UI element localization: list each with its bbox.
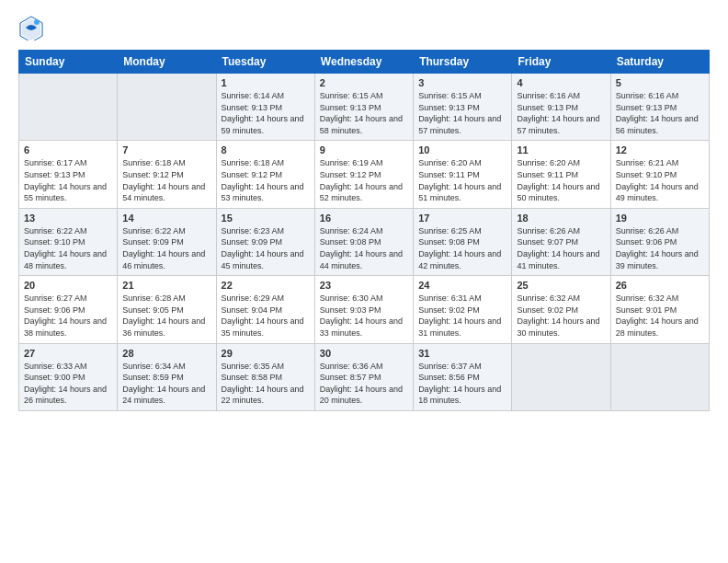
day-info: Sunrise: 6:23 AMSunset: 9:09 PMDaylight:… — [222, 225, 310, 271]
weekday-header-monday: Monday — [118, 51, 216, 74]
calendar-week-row: 27Sunrise: 6:33 AMSunset: 9:00 PMDayligh… — [19, 343, 710, 410]
day-info: Sunrise: 6:15 AMSunset: 9:13 PMDaylight:… — [320, 90, 408, 136]
calendar-cell: 7Sunrise: 6:18 AMSunset: 9:12 PMDaylight… — [118, 141, 216, 208]
day-number: 3 — [418, 77, 506, 88]
day-number: 25 — [517, 280, 605, 291]
day-info: Sunrise: 6:28 AMSunset: 9:05 PMDaylight:… — [122, 293, 210, 339]
day-info: Sunrise: 6:36 AMSunset: 8:57 PMDaylight:… — [320, 361, 408, 407]
day-info: Sunrise: 6:22 AMSunset: 9:09 PMDaylight:… — [122, 225, 210, 271]
day-info: Sunrise: 6:34 AMSunset: 8:59 PMDaylight:… — [122, 361, 210, 407]
calendar: SundayMondayTuesdayWednesdayThursdayFrid… — [18, 50, 710, 411]
day-number: 1 — [222, 77, 310, 88]
day-info: Sunrise: 6:27 AMSunset: 9:06 PMDaylight:… — [24, 293, 112, 339]
day-number: 28 — [122, 348, 210, 359]
day-number: 4 — [517, 77, 605, 88]
day-number: 17 — [418, 213, 506, 224]
day-number: 16 — [320, 213, 408, 224]
calendar-cell: 30Sunrise: 6:36 AMSunset: 8:57 PMDayligh… — [314, 343, 413, 410]
day-info: Sunrise: 6:14 AMSunset: 9:13 PMDaylight:… — [222, 90, 310, 136]
day-info: Sunrise: 6:29 AMSunset: 9:04 PMDaylight:… — [222, 293, 310, 339]
weekday-header-sunday: Sunday — [19, 51, 118, 74]
day-info: Sunrise: 6:35 AMSunset: 8:58 PMDaylight:… — [222, 361, 310, 407]
day-number: 14 — [122, 213, 210, 224]
calendar-week-row: 6Sunrise: 6:17 AMSunset: 9:13 PMDaylight… — [19, 141, 710, 208]
calendar-cell: 15Sunrise: 6:23 AMSunset: 9:09 PMDayligh… — [216, 208, 314, 275]
weekday-header-friday: Friday — [512, 51, 610, 74]
calendar-cell: 12Sunrise: 6:21 AMSunset: 9:10 PMDayligh… — [610, 141, 709, 208]
day-number: 18 — [517, 213, 605, 224]
day-number: 29 — [222, 348, 310, 359]
day-number: 19 — [616, 213, 704, 224]
day-number: 20 — [24, 280, 112, 291]
calendar-cell: 10Sunrise: 6:20 AMSunset: 9:11 PMDayligh… — [414, 141, 512, 208]
calendar-cell: 5Sunrise: 6:16 AMSunset: 9:13 PMDaylight… — [610, 74, 709, 141]
calendar-cell: 21Sunrise: 6:28 AMSunset: 9:05 PMDayligh… — [118, 276, 216, 343]
day-info: Sunrise: 6:21 AMSunset: 9:10 PMDaylight:… — [616, 157, 704, 203]
day-info: Sunrise: 6:32 AMSunset: 9:01 PMDaylight:… — [616, 293, 704, 339]
day-info: Sunrise: 6:30 AMSunset: 9:03 PMDaylight:… — [320, 293, 408, 339]
day-info: Sunrise: 6:15 AMSunset: 9:13 PMDaylight:… — [418, 90, 506, 136]
day-info: Sunrise: 6:26 AMSunset: 9:07 PMDaylight:… — [517, 225, 605, 271]
calendar-cell — [19, 74, 118, 141]
day-number: 10 — [418, 144, 506, 155]
weekday-header-tuesday: Tuesday — [216, 51, 314, 74]
day-number: 21 — [122, 280, 210, 291]
calendar-cell: 23Sunrise: 6:30 AMSunset: 9:03 PMDayligh… — [314, 276, 413, 343]
day-number: 6 — [24, 144, 112, 155]
calendar-cell: 1Sunrise: 6:14 AMSunset: 9:13 PMDaylight… — [216, 74, 314, 141]
day-number: 15 — [222, 213, 310, 224]
calendar-cell: 19Sunrise: 6:26 AMSunset: 9:06 PMDayligh… — [610, 208, 709, 275]
calendar-cell: 3Sunrise: 6:15 AMSunset: 9:13 PMDaylight… — [414, 74, 512, 141]
weekday-header-wednesday: Wednesday — [314, 51, 413, 74]
calendar-cell: 22Sunrise: 6:29 AMSunset: 9:04 PMDayligh… — [216, 276, 314, 343]
calendar-cell: 24Sunrise: 6:31 AMSunset: 9:02 PMDayligh… — [414, 276, 512, 343]
calendar-cell: 29Sunrise: 6:35 AMSunset: 8:58 PMDayligh… — [216, 343, 314, 410]
header — [18, 15, 710, 40]
day-number: 8 — [222, 144, 310, 155]
day-info: Sunrise: 6:32 AMSunset: 9:02 PMDaylight:… — [517, 293, 605, 339]
calendar-cell: 20Sunrise: 6:27 AMSunset: 9:06 PMDayligh… — [19, 276, 118, 343]
day-number: 23 — [320, 280, 408, 291]
calendar-week-row: 13Sunrise: 6:22 AMSunset: 9:10 PMDayligh… — [19, 208, 710, 275]
day-number: 5 — [616, 77, 704, 88]
day-number: 9 — [320, 144, 408, 155]
calendar-cell — [610, 343, 709, 410]
calendar-cell: 26Sunrise: 6:32 AMSunset: 9:01 PMDayligh… — [610, 276, 709, 343]
day-number: 27 — [24, 348, 112, 359]
logo-icon — [18, 15, 44, 40]
day-info: Sunrise: 6:17 AMSunset: 9:13 PMDaylight:… — [24, 157, 112, 203]
calendar-cell: 18Sunrise: 6:26 AMSunset: 9:07 PMDayligh… — [512, 208, 610, 275]
day-info: Sunrise: 6:24 AMSunset: 9:08 PMDaylight:… — [320, 225, 408, 271]
day-number: 7 — [122, 144, 210, 155]
calendar-cell: 8Sunrise: 6:18 AMSunset: 9:12 PMDaylight… — [216, 141, 314, 208]
calendar-cell — [118, 74, 216, 141]
calendar-week-row: 20Sunrise: 6:27 AMSunset: 9:06 PMDayligh… — [19, 276, 710, 343]
calendar-cell: 11Sunrise: 6:20 AMSunset: 9:11 PMDayligh… — [512, 141, 610, 208]
weekday-header-saturday: Saturday — [610, 51, 709, 74]
weekday-header-thursday: Thursday — [414, 51, 512, 74]
day-info: Sunrise: 6:20 AMSunset: 9:11 PMDaylight:… — [517, 157, 605, 203]
day-info: Sunrise: 6:16 AMSunset: 9:13 PMDaylight:… — [616, 90, 704, 136]
day-info: Sunrise: 6:16 AMSunset: 9:13 PMDaylight:… — [517, 90, 605, 136]
day-info: Sunrise: 6:37 AMSunset: 8:56 PMDaylight:… — [418, 361, 506, 407]
day-info: Sunrise: 6:25 AMSunset: 9:08 PMDaylight:… — [418, 225, 506, 271]
day-info: Sunrise: 6:18 AMSunset: 9:12 PMDaylight:… — [122, 157, 210, 203]
calendar-cell: 31Sunrise: 6:37 AMSunset: 8:56 PMDayligh… — [414, 343, 512, 410]
calendar-cell: 28Sunrise: 6:34 AMSunset: 8:59 PMDayligh… — [118, 343, 216, 410]
day-number: 12 — [616, 144, 704, 155]
calendar-cell: 9Sunrise: 6:19 AMSunset: 9:12 PMDaylight… — [314, 141, 413, 208]
day-number: 30 — [320, 348, 408, 359]
day-info: Sunrise: 6:20 AMSunset: 9:11 PMDaylight:… — [418, 157, 506, 203]
calendar-cell — [512, 343, 610, 410]
day-info: Sunrise: 6:31 AMSunset: 9:02 PMDaylight:… — [418, 293, 506, 339]
day-info: Sunrise: 6:26 AMSunset: 9:06 PMDaylight:… — [616, 225, 704, 271]
page: SundayMondayTuesdayWednesdayThursdayFrid… — [0, 0, 728, 563]
day-number: 11 — [517, 144, 605, 155]
calendar-cell: 27Sunrise: 6:33 AMSunset: 9:00 PMDayligh… — [19, 343, 118, 410]
calendar-cell: 16Sunrise: 6:24 AMSunset: 9:08 PMDayligh… — [314, 208, 413, 275]
calendar-cell: 13Sunrise: 6:22 AMSunset: 9:10 PMDayligh… — [19, 208, 118, 275]
calendar-cell: 6Sunrise: 6:17 AMSunset: 9:13 PMDaylight… — [19, 141, 118, 208]
calendar-cell: 4Sunrise: 6:16 AMSunset: 9:13 PMDaylight… — [512, 74, 610, 141]
calendar-cell: 25Sunrise: 6:32 AMSunset: 9:02 PMDayligh… — [512, 276, 610, 343]
day-number: 26 — [616, 280, 704, 291]
